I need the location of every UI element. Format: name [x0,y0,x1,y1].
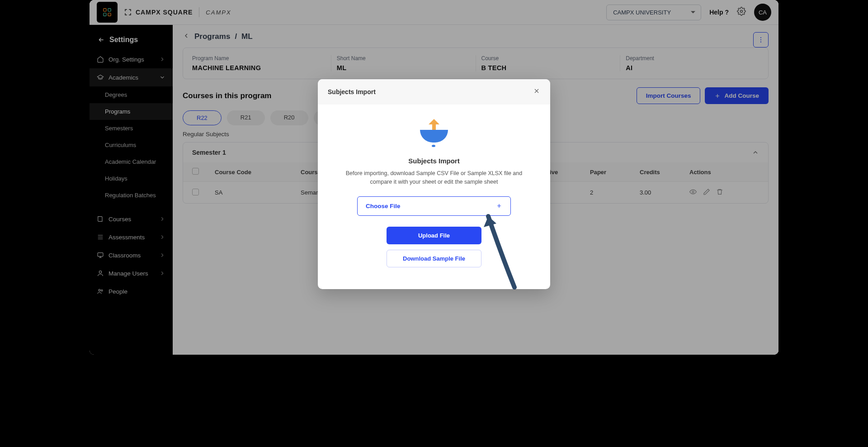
download-sample-button[interactable]: Download Sample File [387,250,481,267]
modal-heading: Subjects Import [334,157,534,165]
close-icon[interactable] [533,87,540,96]
upload-file-button[interactable]: Upload File [387,227,481,244]
modal-title: Subjects Import [328,88,376,95]
plus-icon [496,203,502,209]
subjects-import-modal: Subjects Import Subjects Import Before i… [318,79,550,289]
modal-description: Before importing, download Sample CSV Fi… [334,169,534,186]
upload-illustration [418,117,450,149]
choose-file-button[interactable]: Choose File [357,196,511,216]
choose-file-label: Choose File [366,203,401,209]
